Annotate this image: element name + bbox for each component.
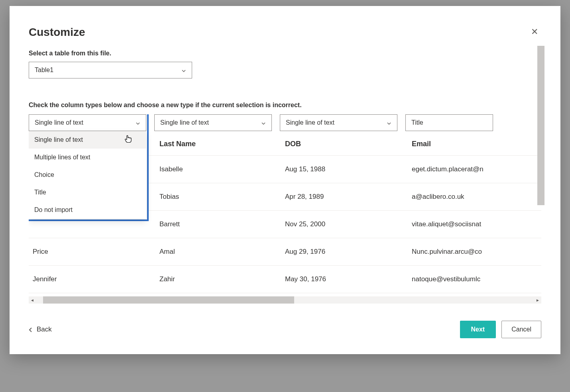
chevron-down-icon: [181, 68, 186, 73]
header-last-name: Last Name: [155, 132, 281, 156]
horizontal-scrollbar[interactable]: ◄ ►: [29, 296, 541, 304]
header-dob: DOB: [281, 132, 408, 156]
vertical-scrollbar[interactable]: [537, 46, 544, 205]
type-option-label: Multiple lines of text: [34, 154, 90, 161]
table-row: Price Amal Aug 29, 1976 Nunc.pulvinar.ar…: [29, 238, 541, 266]
cell-last: Isabelle: [155, 156, 281, 183]
modal-title: Customize: [29, 26, 85, 39]
cell-email: vitae.aliquet@sociisnat: [408, 211, 541, 238]
type-option-label: Single line of text: [34, 136, 83, 143]
type-option-title[interactable]: Title: [29, 184, 146, 201]
cell-last: Amal: [155, 238, 281, 266]
column-type-options-list: Single line of text Multiple lines of te…: [29, 131, 146, 219]
scroll-right-arrow-icon[interactable]: ►: [534, 296, 541, 304]
type-option-label: Choice: [34, 171, 54, 178]
column-1-type-value: Single line of text: [35, 119, 83, 126]
column-type-instruction: Check the column types below and choose …: [29, 102, 541, 109]
modal-footer: Back Next Cancel: [29, 307, 541, 338]
horizontal-scroll-thumb[interactable]: [43, 296, 294, 304]
table-select[interactable]: Table1: [29, 62, 192, 78]
cell-last: Barrett: [155, 211, 281, 238]
chevron-down-icon: [387, 120, 391, 125]
type-option-single-line[interactable]: Single line of text: [29, 131, 146, 149]
cell-first: Jennifer: [29, 266, 155, 293]
back-button[interactable]: Back: [29, 325, 52, 333]
cell-email: Nunc.pulvinar.arcu@co: [408, 238, 541, 266]
data-preview-area: Single line of text Single line of text: [29, 114, 541, 307]
type-option-multi-line[interactable]: Multiple lines of text: [29, 149, 146, 166]
column-type-row: Single line of text Single line of text: [29, 114, 541, 131]
chevron-down-icon: [261, 120, 266, 125]
modal-header: Customize ✕: [29, 26, 541, 39]
type-option-do-not-import[interactable]: Do not import: [29, 201, 146, 219]
column-2-type-select[interactable]: Single line of text: [154, 114, 272, 131]
close-button[interactable]: ✕: [528, 26, 541, 38]
column-4-type-value: Title: [411, 119, 423, 126]
table-row: Jennifer Zahir May 30, 1976 natoque@vest…: [29, 266, 541, 293]
chevron-left-icon: [29, 327, 33, 332]
column-3-type-value: Single line of text: [286, 119, 334, 126]
cell-dob: Apr 28, 1989: [281, 183, 408, 211]
column-type-dropdown-open: Single line of text Single line of text: [29, 114, 149, 221]
pointer-cursor-icon: [124, 134, 132, 146]
vertical-scroll-thumb[interactable]: [537, 46, 544, 205]
cell-last: Tobias: [155, 183, 281, 211]
column-1-type-select[interactable]: Single line of text: [29, 114, 146, 131]
cell-dob: Aug 15, 1988: [281, 156, 408, 183]
column-4-type-select[interactable]: Title: [405, 114, 493, 131]
column-3-type-select[interactable]: Single line of text: [280, 114, 397, 131]
next-button[interactable]: Next: [460, 321, 496, 338]
header-email: Email: [408, 132, 541, 156]
type-option-label: Do not import: [34, 206, 73, 213]
cell-last: Zahir: [155, 266, 281, 293]
close-icon: ✕: [531, 27, 538, 37]
type-option-choice[interactable]: Choice: [29, 166, 146, 184]
type-option-label: Title: [34, 189, 46, 196]
cell-dob: Nov 25, 2000: [281, 211, 408, 238]
cell-email: a@aclibero.co.uk: [408, 183, 541, 211]
table-select-value: Table1: [35, 67, 53, 74]
footer-actions: Next Cancel: [460, 321, 542, 338]
scroll-left-arrow-icon[interactable]: ◄: [29, 296, 36, 304]
cell-first: Price: [29, 238, 155, 266]
cell-dob: Aug 29, 1976: [281, 238, 408, 266]
table-select-label: Select a table from this file.: [29, 50, 541, 57]
cell-dob: May 30, 1976: [281, 266, 408, 293]
customize-modal: Customize ✕ Select a table from this fil…: [10, 6, 560, 354]
back-label: Back: [37, 325, 52, 333]
cell-email: natoque@vestibulumlc: [408, 266, 541, 293]
cell-email: eget.dictum.placerat@n: [408, 156, 541, 183]
chevron-down-icon: [136, 120, 140, 125]
column-2-type-value: Single line of text: [160, 119, 209, 126]
cancel-button[interactable]: Cancel: [501, 321, 541, 338]
